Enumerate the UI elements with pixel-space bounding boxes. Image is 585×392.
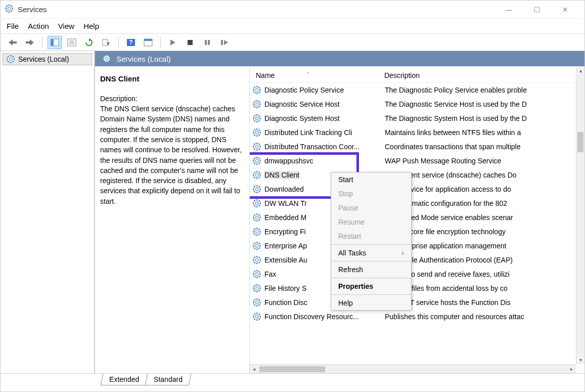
service-row[interactable]: Diagnostic Service HostThe Diagnostic Se… <box>250 97 584 111</box>
service-row[interactable]: Embedded MEmbedded Mode service enables … <box>250 210 584 225</box>
context-menu-item[interactable]: All Tasks <box>331 246 411 260</box>
gear-icon <box>6 55 15 64</box>
service-row[interactable]: Faxles you to send and receive faxes, ut… <box>250 267 584 281</box>
context-menu-item: Resume <box>331 215 411 229</box>
service-description: Embedded Mode service enables scenar <box>385 213 582 222</box>
toolbar-separator <box>160 37 161 48</box>
export-list-button[interactable] <box>99 36 113 49</box>
close-icon[interactable]: ✕ <box>558 6 572 14</box>
scroll-left-icon[interactable]: ◂ <box>250 366 258 372</box>
service-row[interactable]: DNS ClientDNS Client service (dnscache) … <box>250 168 584 182</box>
context-menu-item: Restart <box>331 229 411 243</box>
start-service-button[interactable] <box>166 36 180 49</box>
gear-icon <box>252 156 261 165</box>
service-row[interactable]: Diagnostic System HostThe Diagnostic Sys… <box>250 111 584 125</box>
gear-icon <box>252 185 261 194</box>
refresh-button[interactable] <box>82 36 96 49</box>
vertical-scrollbar[interactable]: ▴ ▾ <box>576 66 584 364</box>
menu-action[interactable]: Action <box>28 22 49 30</box>
context-menu-item: Pause <box>331 201 411 215</box>
service-row[interactable]: File History Scts user files from accide… <box>250 281 584 295</box>
context-menu-item[interactable]: Help <box>331 296 411 310</box>
svg-rect-11 <box>12 41 17 43</box>
gear-icon <box>252 199 261 208</box>
view-tabs: Extended Standard <box>1 373 584 388</box>
service-description: lows service for application access to d… <box>385 185 582 193</box>
context-menu-item[interactable]: Properties <box>331 279 411 293</box>
svg-rect-30 <box>208 40 210 45</box>
context-menu-item[interactable]: Refresh <box>331 263 411 277</box>
titlebar: Services — ☐ ✕ <box>1 1 584 19</box>
svg-marker-32 <box>224 40 228 45</box>
service-row[interactable]: dmwappushsvcWAP Push Message Routing Ser… <box>250 154 584 168</box>
service-name: Extensible Au <box>264 256 307 264</box>
scrollbar-thumb[interactable] <box>577 132 583 152</box>
service-name: Encrypting Fi <box>264 228 306 236</box>
maximize-icon[interactable]: ☐ <box>530 6 544 14</box>
menu-view[interactable]: View <box>58 22 74 30</box>
tree-services-local[interactable]: Services (Local) <box>3 53 92 65</box>
app-gear-icon <box>5 4 14 15</box>
service-row[interactable]: Distributed Transaction Coor...Coordinat… <box>250 140 584 154</box>
scroll-right-icon[interactable]: ▸ <box>567 366 576 372</box>
tab-standard[interactable]: Standard <box>145 374 192 385</box>
columns-button[interactable] <box>141 36 155 49</box>
svg-rect-14 <box>51 39 53 46</box>
scroll-down-icon[interactable]: ▾ <box>576 356 584 364</box>
service-row[interactable]: Diagnostic Policy ServiceThe Diagnostic … <box>250 83 584 97</box>
service-row[interactable]: Function Discovery Resourc...Publishes t… <box>250 310 584 324</box>
service-name: Diagnostic Policy Service <box>264 86 344 94</box>
service-description: WAP Push Message Routing Service <box>385 157 582 165</box>
gear-icon <box>252 312 261 321</box>
properties-button[interactable] <box>65 36 79 49</box>
menubar: File Action View Help <box>1 19 584 34</box>
service-row[interactable]: DW WLAN Trdes automatic configuration fo… <box>250 196 584 210</box>
svg-rect-31 <box>221 40 223 45</box>
show-hide-tree-button[interactable] <box>48 36 62 49</box>
sort-indicator-icon: ˆ <box>307 71 309 79</box>
pane-title: Services (Local) <box>116 55 171 63</box>
horizontal-scrollbar[interactable]: ◂ ▸ <box>250 364 576 373</box>
nav-forward-button[interactable] <box>23 36 37 49</box>
svg-rect-13 <box>26 41 30 43</box>
service-description: Extensible Authentication Protocol (EAP) <box>385 256 582 264</box>
svg-text:?: ? <box>129 39 132 46</box>
scrollbar-thumb[interactable] <box>259 366 325 372</box>
help-button[interactable]: ? <box>124 36 138 49</box>
service-row[interactable]: Distributed Link Tracking CliMaintains l… <box>250 125 584 140</box>
minimize-icon[interactable]: — <box>502 6 516 14</box>
gear-icon <box>252 85 261 95</box>
service-row[interactable]: Encrypting Fides the core file encryptio… <box>250 225 584 239</box>
tree-item-label: Services (Local) <box>18 55 69 63</box>
service-row[interactable]: Extensible AuExtensible Authentication P… <box>250 253 584 267</box>
detail-pane: DNS Client Description: The DNS Client s… <box>95 66 250 373</box>
service-row[interactable]: Downloadedlows service for application a… <box>250 182 584 196</box>
service-name: Enterprise Ap <box>264 242 307 250</box>
service-row[interactable]: Enterprise Aples enterprise application … <box>250 239 584 253</box>
toolbar: ? <box>1 34 584 51</box>
service-name: dmwappushsvc <box>264 157 313 165</box>
service-row[interactable]: Function DiscDPHOST service hosts the Fu… <box>250 295 584 310</box>
service-name: Embedded M <box>264 213 306 222</box>
service-name: Distributed Link Tracking Cli <box>264 128 352 137</box>
toolbar-separator <box>118 37 119 48</box>
context-menu-item[interactable]: Start <box>331 172 411 187</box>
column-header-name[interactable]: Name ˆ <box>253 71 384 79</box>
restart-service-button[interactable] <box>217 36 232 49</box>
service-description: The Diagnostic Service Host is used by t… <box>385 100 582 108</box>
column-header-description[interactable]: Description <box>384 71 581 79</box>
menu-help[interactable]: Help <box>83 22 99 30</box>
description-text: The DNS Client service (dnscache) caches… <box>100 104 244 206</box>
pause-service-button[interactable] <box>200 36 214 49</box>
svg-rect-15 <box>54 39 59 46</box>
stop-service-button[interactable] <box>183 36 197 49</box>
nav-back-button[interactable] <box>6 36 20 49</box>
scroll-up-icon[interactable]: ▴ <box>576 66 584 75</box>
gear-icon <box>102 54 111 63</box>
tab-extended[interactable]: Extended <box>101 374 148 385</box>
service-description: les you to send and receive faxes, utili… <box>385 270 582 278</box>
menu-file[interactable]: File <box>7 22 19 30</box>
service-name: Function Discovery Resourc... <box>264 313 359 321</box>
console-tree-pane: Services (Local) <box>1 51 95 373</box>
gear-icon <box>252 128 261 137</box>
